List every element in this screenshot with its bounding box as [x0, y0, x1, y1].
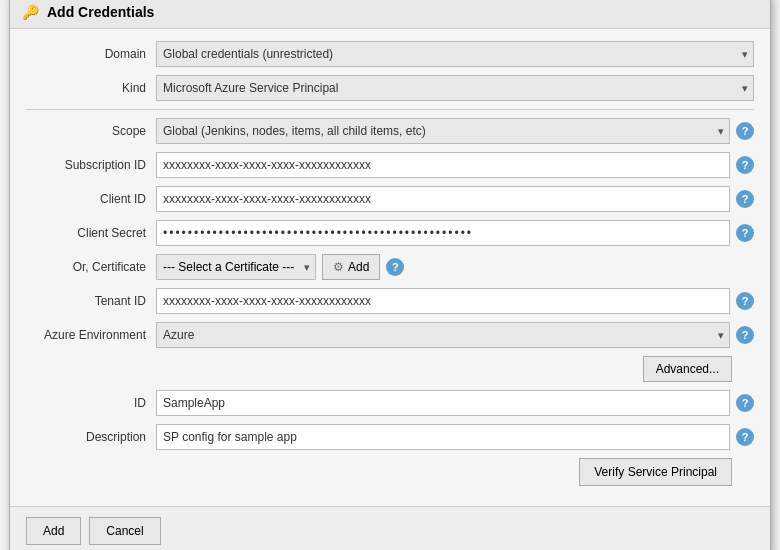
cancel-button[interactable]: Cancel [89, 517, 160, 545]
cert-select-wrap: --- Select a Certificate --- [156, 254, 316, 280]
certificate-label: Or, Certificate [26, 260, 156, 274]
title-icon: 🔑 [22, 4, 39, 20]
domain-control-wrap: Global credentials (unrestricted) [156, 41, 754, 67]
client-id-wrap: ? [156, 186, 754, 212]
add-credentials-dialog: 🔑 Add Credentials Domain Global credenti… [9, 0, 771, 550]
description-label: Description [26, 430, 156, 444]
certificate-row: Or, Certificate --- Select a Certificate… [26, 254, 754, 280]
azure-environment-label: Azure Environment [26, 328, 156, 342]
description-row: Description ? [26, 424, 754, 450]
tenant-id-input[interactable] [156, 288, 730, 314]
domain-select-wrap: Global credentials (unrestricted) [156, 41, 754, 67]
client-id-label: Client ID [26, 192, 156, 206]
tenant-id-row: Tenant ID ? [26, 288, 754, 314]
client-secret-row: Client Secret ? [26, 220, 754, 246]
id-label: ID [26, 396, 156, 410]
azure-env-select-wrap: Azure [156, 322, 730, 348]
kind-select[interactable]: Microsoft Azure Service Principal [156, 75, 754, 101]
client-secret-wrap: ? [156, 220, 754, 246]
domain-row: Domain Global credentials (unrestricted) [26, 41, 754, 67]
kind-label: Kind [26, 81, 156, 95]
id-row: ID ? [26, 390, 754, 416]
client-id-row: Client ID ? [26, 186, 754, 212]
kind-control-wrap: Microsoft Azure Service Principal [156, 75, 754, 101]
scope-label: Scope [26, 124, 156, 138]
kind-select-wrap: Microsoft Azure Service Principal [156, 75, 754, 101]
azure-environment-row: Azure Environment Azure ? [26, 322, 754, 348]
client-secret-input[interactable] [156, 220, 730, 246]
verify-row: Verify Service Principal [26, 458, 754, 486]
domain-select[interactable]: Global credentials (unrestricted) [156, 41, 754, 67]
client-id-help-icon[interactable]: ? [736, 190, 754, 208]
azure-environment-select[interactable]: Azure [156, 322, 730, 348]
certificate-wrap: --- Select a Certificate --- ⚙ Add ? [156, 254, 754, 280]
verify-service-principal-button[interactable]: Verify Service Principal [579, 458, 732, 486]
scope-select[interactable]: Global (Jenkins, nodes, items, all child… [156, 118, 730, 144]
dialog-body: Domain Global credentials (unrestricted)… [10, 29, 770, 506]
footer-left-buttons: Add Cancel [26, 517, 161, 545]
advanced-row: Advanced... [26, 356, 754, 382]
add-cert-icon: ⚙ [333, 260, 344, 274]
subscription-id-wrap: ? [156, 152, 754, 178]
id-help-icon[interactable]: ? [736, 394, 754, 412]
scope-select-wrap: Global (Jenkins, nodes, items, all child… [156, 118, 730, 144]
tenant-id-help-icon[interactable]: ? [736, 292, 754, 310]
id-input[interactable] [156, 390, 730, 416]
client-secret-help-icon[interactable]: ? [736, 224, 754, 242]
dialog-title-text: Add Credentials [47, 4, 154, 20]
domain-label: Domain [26, 47, 156, 61]
add-button[interactable]: Add [26, 517, 81, 545]
tenant-id-wrap: ? [156, 288, 754, 314]
scope-row: Scope Global (Jenkins, nodes, items, all… [26, 118, 754, 144]
description-help-icon[interactable]: ? [736, 428, 754, 446]
certificate-add-button[interactable]: ⚙ Add [322, 254, 380, 280]
certificate-select[interactable]: --- Select a Certificate --- [156, 254, 316, 280]
azure-environment-help-icon[interactable]: ? [736, 326, 754, 344]
azure-environment-wrap: Azure ? [156, 322, 754, 348]
client-secret-label: Client Secret [26, 226, 156, 240]
id-wrap: ? [156, 390, 754, 416]
client-id-input[interactable] [156, 186, 730, 212]
scope-control-wrap: Global (Jenkins, nodes, items, all child… [156, 118, 754, 144]
dialog-footer: Add Cancel [10, 506, 770, 551]
subscription-id-help-icon[interactable]: ? [736, 156, 754, 174]
subscription-id-input[interactable] [156, 152, 730, 178]
scope-help-icon[interactable]: ? [736, 122, 754, 140]
subscription-id-row: Subscription ID ? [26, 152, 754, 178]
advanced-button[interactable]: Advanced... [643, 356, 732, 382]
kind-row: Kind Microsoft Azure Service Principal [26, 75, 754, 101]
description-wrap: ? [156, 424, 754, 450]
description-input[interactable] [156, 424, 730, 450]
add-cert-label: Add [348, 260, 369, 274]
dialog-title-bar: 🔑 Add Credentials [10, 0, 770, 29]
subscription-id-label: Subscription ID [26, 158, 156, 172]
tenant-id-label: Tenant ID [26, 294, 156, 308]
separator [26, 109, 754, 110]
certificate-help-icon[interactable]: ? [386, 258, 404, 276]
